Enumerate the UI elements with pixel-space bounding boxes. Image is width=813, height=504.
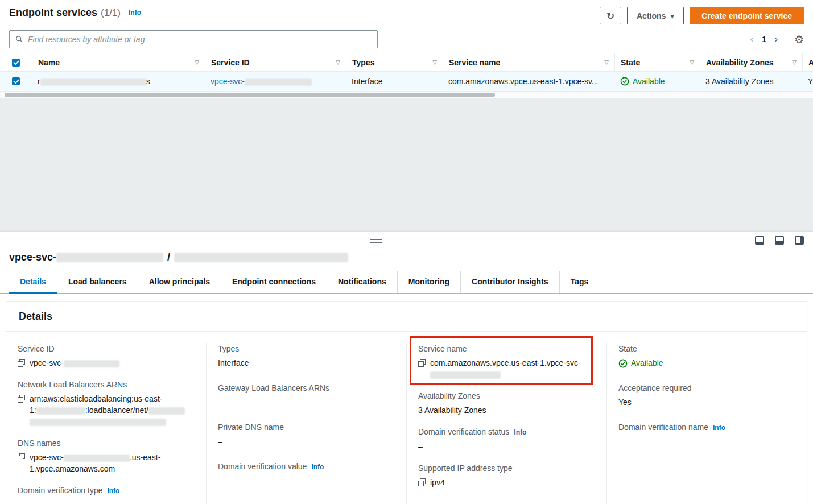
redacted-text	[40, 79, 146, 86]
field-types: Types Interface	[218, 343, 395, 369]
filter-icon[interactable]: ▽	[336, 59, 340, 65]
field-service-id: Service ID vpce-svc-	[18, 343, 195, 369]
copy-icon[interactable]	[18, 395, 25, 403]
field-nlb-arns: Network Load Balancers ARNs arn:aws:elas…	[18, 379, 195, 427]
filter-icon[interactable]: ▽	[432, 59, 437, 65]
panel-position-bottom-half-icon[interactable]	[775, 236, 784, 245]
horizontal-scrollbar[interactable]	[0, 92, 813, 98]
panel-position-bottom-icon[interactable]	[755, 236, 764, 245]
column-header-name[interactable]: Name▽	[32, 53, 205, 71]
tab-endpoint-connections[interactable]: Endpoint connections	[221, 271, 327, 293]
field-domain-verification-type: Domain verification typeInfo –	[18, 485, 195, 504]
table-row[interactable]: rs vpce-svc- Interface com.amazonaws.vpc…	[0, 72, 813, 92]
cell-state: Available	[614, 77, 700, 86]
toolbar: ↻ Actions ▼ Create endpoint service	[600, 7, 804, 24]
resource-count: (1/1)	[101, 7, 121, 19]
copy-icon[interactable]	[418, 359, 426, 367]
info-link[interactable]: Info	[129, 9, 141, 16]
split-panel-header	[0, 232, 813, 250]
refresh-icon: ↻	[606, 10, 614, 22]
detail-panel-title: vpce-svc- /	[0, 250, 813, 269]
filter-icon[interactable]: ▽	[690, 59, 694, 65]
redacted-text	[174, 253, 348, 262]
info-link[interactable]: Info	[514, 428, 526, 436]
field-supported-ip-address-type: Supported IP address type ipv4	[418, 462, 595, 488]
current-page[interactable]: 1	[762, 35, 766, 44]
endpoint-services-table: Name▽ Service ID▽ Types▽ Service name▽ S…	[0, 53, 813, 98]
tab-load-balancers[interactable]: Load balancers	[57, 271, 138, 293]
info-link[interactable]: Info	[311, 463, 324, 471]
availability-zones-link[interactable]: 3 Availability Zones	[418, 406, 486, 415]
details-column-1: Service ID vpce-svc- Network Load Balanc…	[6, 343, 206, 504]
copy-icon[interactable]	[18, 359, 25, 367]
search-input[interactable]	[28, 35, 372, 44]
redacted-text	[430, 371, 501, 379]
column-header-service-name[interactable]: Service name▽	[443, 53, 614, 71]
filter-row: ‹ 1 › ⚙	[0, 29, 813, 53]
row-select-cell	[0, 77, 32, 85]
tab-notifications[interactable]: Notifications	[327, 271, 397, 293]
cell-name: rs	[32, 77, 205, 86]
column-header-types[interactable]: Types▽	[346, 53, 443, 71]
details-card-title: Details	[6, 302, 807, 332]
filter-icon[interactable]: ▽	[792, 59, 797, 65]
info-link[interactable]: Info	[107, 487, 119, 495]
redacted-text	[36, 407, 85, 415]
create-endpoint-service-button[interactable]: Create endpoint service	[690, 7, 804, 24]
redacted-text	[245, 79, 312, 86]
row-checkbox[interactable]	[12, 77, 20, 85]
column-header-service-id[interactable]: Service ID▽	[205, 53, 346, 71]
details-card-body: Service ID vpce-svc- Network Load Balanc…	[6, 332, 807, 504]
previous-page-icon[interactable]: ‹	[750, 34, 754, 44]
cell-acceptance: Y	[802, 77, 813, 86]
column-header-acceptance[interactable]: A	[802, 53, 813, 71]
panel-position-side-icon[interactable]	[795, 236, 804, 245]
tab-monitoring[interactable]: Monitoring	[397, 271, 460, 293]
select-all-checkbox[interactable]	[12, 59, 20, 67]
tab-contributor-insights[interactable]: Contributor Insights	[460, 271, 559, 293]
page-title-text: Endpoint services	[9, 7, 97, 19]
details-column-3: Service name com.amazonaws.vpce.us-east-…	[406, 343, 606, 504]
field-glb-arns: Gateway Load Balancers ARNs –	[218, 382, 395, 408]
field-service-name: Service name com.amazonaws.vpce.us-east-…	[418, 343, 595, 380]
filter-icon[interactable]: ▽	[604, 59, 609, 65]
info-link[interactable]: Info	[713, 424, 725, 432]
column-header-state[interactable]: State▽	[614, 53, 700, 71]
copy-icon[interactable]	[418, 478, 426, 486]
redacted-text	[64, 360, 119, 367]
detail-split-panel: vpce-svc- / Details Load balancers Allow…	[0, 232, 813, 504]
search-icon	[15, 35, 24, 43]
field-domain-verification-value: Domain verification valueInfo –	[218, 461, 395, 487]
detail-tabs: Details Load balancers Allow principals …	[0, 271, 813, 294]
page-title: Endpoint services (1/1) Info	[9, 7, 141, 19]
cell-service-id: vpce-svc-	[205, 77, 346, 86]
actions-button[interactable]: Actions ▼	[627, 7, 684, 24]
split-panel-drag-handle[interactable]	[370, 239, 382, 243]
chevron-down-icon: ▼	[670, 14, 674, 19]
field-domain-verification-status: Domain verification statusInfo –	[418, 426, 595, 452]
field-state: State Available	[618, 343, 795, 369]
tab-details[interactable]: Details	[9, 271, 57, 294]
filter-icon[interactable]: ▽	[195, 59, 199, 65]
details-column-4: State Available Acceptance required	[606, 343, 807, 504]
availability-zones-link[interactable]: 3 Availability Zones	[705, 77, 774, 86]
field-availability-zones: Availability Zones 3 Availability Zones	[418, 390, 595, 416]
actions-button-label: Actions	[637, 11, 666, 20]
select-all-cell	[0, 53, 32, 71]
redacted-text	[30, 419, 166, 426]
next-page-icon[interactable]: ›	[774, 34, 778, 44]
field-domain-verification-name: Domain verification nameInfo –	[618, 422, 795, 448]
column-header-availability-zones[interactable]: Availability Zones▽	[700, 53, 802, 71]
redacted-text	[56, 253, 163, 262]
background-gap	[0, 98, 813, 232]
settings-gear-icon[interactable]: ⚙	[794, 33, 804, 46]
field-acceptance-required: Acceptance required Yes	[618, 382, 795, 408]
service-id-link[interactable]: vpce-svc-	[211, 77, 312, 86]
scrollbar-thumb[interactable]	[5, 93, 495, 97]
tab-tags[interactable]: Tags	[559, 271, 600, 293]
search-box[interactable]	[9, 30, 378, 48]
table-header-row: Name▽ Service ID▽ Types▽ Service name▽ S…	[0, 53, 813, 72]
refresh-button[interactable]: ↻	[600, 7, 621, 24]
copy-icon[interactable]	[18, 453, 25, 461]
tab-allow-principals[interactable]: Allow principals	[138, 271, 221, 293]
